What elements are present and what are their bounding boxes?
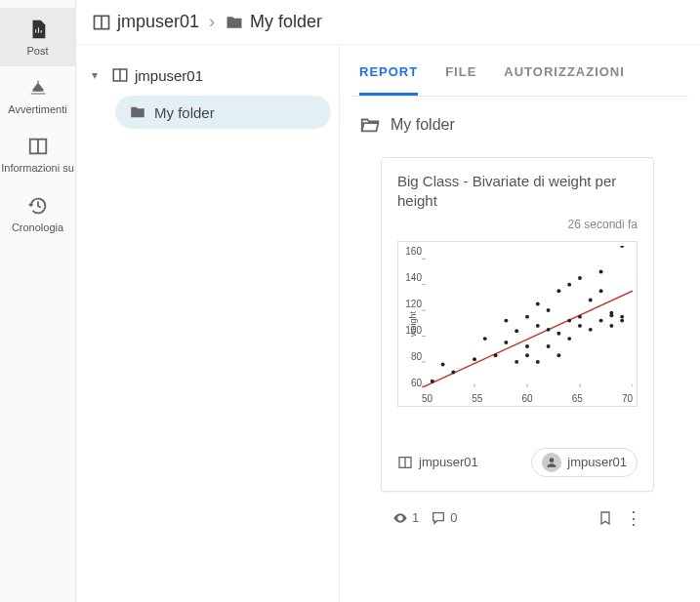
svg-point-48 bbox=[599, 318, 603, 322]
card-time: 26 secondi fa bbox=[397, 218, 638, 231]
svg-point-56 bbox=[620, 246, 624, 248]
tabs: REPORT FILE AUTORIZZAZIONI bbox=[351, 45, 688, 97]
bookmark-icon[interactable] bbox=[597, 510, 613, 526]
breadcrumb-root[interactable]: jmpuser01 bbox=[92, 12, 199, 32]
svg-point-36 bbox=[547, 344, 551, 348]
svg-point-37 bbox=[556, 353, 560, 357]
svg-point-26 bbox=[515, 359, 518, 363]
tree-root-label: jmpuser01 bbox=[135, 67, 203, 84]
rail-item-post[interactable]: Post bbox=[0, 8, 75, 66]
svg-point-25 bbox=[504, 318, 508, 322]
rail-item-info[interactable]: Informazioni su bbox=[0, 125, 75, 184]
svg-point-51 bbox=[609, 323, 613, 327]
svg-point-18 bbox=[431, 379, 434, 382]
chart-xticks: 5055606570 bbox=[422, 393, 633, 404]
main: jmpuser01 › My folder ▾ jmpuser01 My fol… bbox=[76, 0, 700, 602]
chart: weight 1601401201008060 5055606570 bbox=[397, 241, 638, 407]
tree-panel: ▾ jmpuser01 My folder bbox=[76, 45, 340, 602]
chart-svg bbox=[422, 246, 633, 387]
rail-item-history[interactable]: Cronologia bbox=[0, 184, 75, 243]
right-panel: REPORT FILE AUTORIZZAZIONI My folder Big… bbox=[340, 45, 700, 602]
breadcrumb-folder[interactable]: My folder bbox=[225, 12, 322, 32]
svg-point-54 bbox=[620, 314, 624, 318]
panel-icon bbox=[26, 135, 50, 158]
svg-point-29 bbox=[525, 344, 529, 348]
panel-icon bbox=[397, 455, 413, 470]
svg-point-41 bbox=[567, 318, 571, 322]
svg-point-27 bbox=[515, 329, 518, 333]
avatar-icon bbox=[542, 453, 561, 472]
tab-authorizations[interactable]: AUTORIZZAZIONI bbox=[504, 64, 625, 96]
svg-point-43 bbox=[578, 323, 582, 327]
svg-point-50 bbox=[599, 269, 603, 273]
views-count: 1 bbox=[412, 510, 419, 525]
svg-point-47 bbox=[589, 298, 593, 301]
breadcrumb-folder-label: My folder bbox=[250, 12, 322, 32]
svg-point-38 bbox=[556, 331, 560, 335]
svg-point-45 bbox=[578, 276, 582, 280]
rail-label: Cronologia bbox=[12, 221, 63, 233]
svg-point-31 bbox=[536, 359, 540, 363]
comments-count: 0 bbox=[450, 510, 457, 525]
svg-point-21 bbox=[473, 357, 476, 361]
alert-icon bbox=[26, 76, 50, 100]
card-stats-bar: 1 0 ⋮ bbox=[381, 500, 654, 537]
svg-point-39 bbox=[556, 289, 560, 293]
svg-point-40 bbox=[567, 337, 571, 341]
file-chart-icon bbox=[26, 18, 50, 41]
tab-report[interactable]: REPORT bbox=[359, 64, 418, 96]
folder-icon bbox=[225, 13, 244, 32]
breadcrumb: jmpuser01 › My folder bbox=[76, 0, 700, 45]
folder-open-icon bbox=[359, 114, 381, 136]
breadcrumb-root-label: jmpuser01 bbox=[117, 12, 199, 32]
svg-point-20 bbox=[451, 370, 455, 374]
tree-root[interactable]: ▾ jmpuser01 bbox=[84, 60, 331, 90]
folder-heading-label: My folder bbox=[391, 116, 455, 134]
folder-heading: My folder bbox=[351, 97, 688, 153]
rail-item-alerts[interactable]: Avvertimenti bbox=[0, 66, 75, 125]
card-title: Big Class - Bivariate di weight per heig… bbox=[397, 172, 638, 212]
svg-point-44 bbox=[578, 314, 582, 318]
card-footer: jmpuser01 jmpuser01 bbox=[397, 448, 638, 477]
svg-point-35 bbox=[547, 308, 551, 312]
chevron-right-icon: › bbox=[209, 12, 215, 32]
svg-point-53 bbox=[609, 313, 613, 317]
panel-icon bbox=[111, 66, 129, 84]
svg-point-19 bbox=[441, 362, 445, 366]
svg-point-59 bbox=[550, 458, 555, 462]
tab-file[interactable]: FILE bbox=[445, 64, 476, 96]
tree-child-label: My folder bbox=[154, 104, 215, 121]
folder-icon bbox=[129, 103, 146, 121]
rail-label: Post bbox=[26, 45, 48, 57]
more-icon[interactable]: ⋮ bbox=[625, 507, 642, 529]
card-owner[interactable]: jmpuser01 bbox=[397, 455, 478, 470]
svg-point-55 bbox=[620, 318, 624, 322]
svg-point-34 bbox=[547, 327, 551, 331]
card-user-chip[interactable]: jmpuser01 bbox=[531, 448, 638, 477]
svg-point-42 bbox=[567, 282, 571, 286]
svg-point-30 bbox=[525, 314, 529, 318]
svg-point-32 bbox=[536, 323, 540, 327]
card-owner-label: jmpuser01 bbox=[419, 455, 478, 469]
rail-label: Avvertimenti bbox=[8, 103, 66, 115]
svg-point-28 bbox=[525, 353, 529, 357]
left-rail: Post Avvertimenti Informazioni su Cronol… bbox=[0, 0, 76, 602]
rail-label: Informazioni su bbox=[1, 162, 74, 175]
report-card[interactable]: Big Class - Bivariate di weight per heig… bbox=[381, 157, 654, 492]
svg-point-23 bbox=[494, 353, 498, 357]
chart-yticks: 1601401201008060 bbox=[406, 246, 422, 388]
card-chip-label: jmpuser01 bbox=[567, 455, 627, 469]
svg-point-22 bbox=[483, 337, 487, 341]
history-icon bbox=[26, 194, 50, 218]
panel-icon bbox=[92, 13, 111, 32]
content: ▾ jmpuser01 My folder REPORT FILE AUTORI… bbox=[76, 45, 700, 602]
svg-point-24 bbox=[504, 341, 508, 344]
comments-stat: 0 bbox=[431, 510, 457, 526]
eye-icon bbox=[392, 510, 408, 526]
tree-child-folder[interactable]: My folder bbox=[115, 96, 331, 129]
svg-point-46 bbox=[589, 327, 593, 331]
comment-icon bbox=[431, 510, 446, 526]
views-stat: 1 bbox=[392, 510, 419, 526]
svg-point-33 bbox=[536, 301, 540, 305]
caret-down-icon: ▾ bbox=[92, 68, 105, 82]
